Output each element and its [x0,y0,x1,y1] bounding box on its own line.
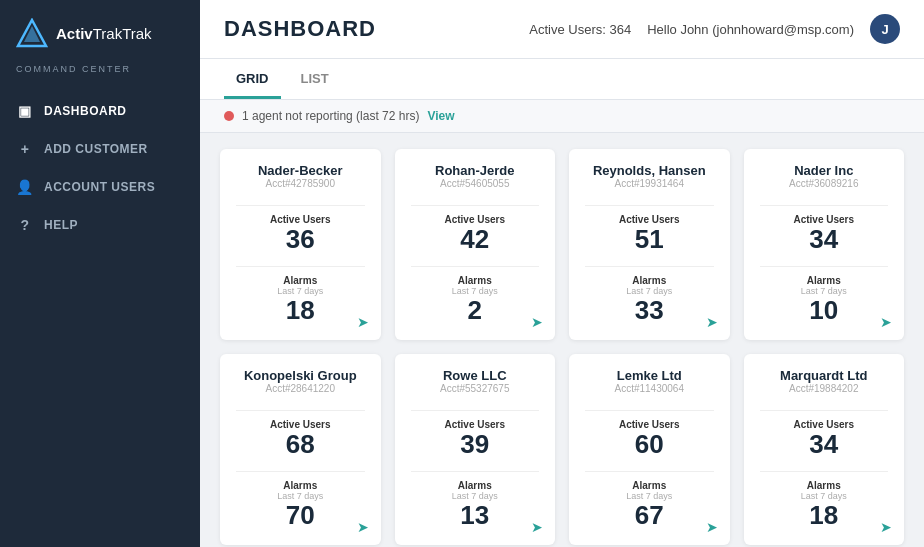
logo: ActivTrakTrak [0,0,200,64]
sidebar-nav: ▣ DASHBOARD + ADD CUSTOMER 👤 ACCOUNT USE… [0,88,200,248]
card-name: Nader Inc [794,163,853,178]
tab-grid[interactable]: GRID [224,59,281,99]
sidebar: ActivTrakTrak COMMAND CENTER ▣ DASHBOARD… [0,0,200,547]
card-active-users-section: Active Users 51 [585,214,714,254]
card-rohan-jerde[interactable]: Rohan-Jerde Acct#54605055 Active Users 4… [395,149,556,340]
card-acct: Acct#11430064 [614,383,684,394]
active-users-value: 68 [236,430,365,459]
alarms-label: Alarms [411,480,540,491]
card-divider-2 [585,266,714,267]
card-alarms-section: Alarms Last 7 days 13 [411,480,540,530]
sidebar-item-account-users[interactable]: 👤 ACCOUNT USERS [0,168,200,206]
notification-dot [224,111,234,121]
card-name: Konopelski Group [244,368,357,383]
sidebar-item-label-dashboard: DASHBOARD [44,104,127,118]
card-arrow-icon: ➤ [706,519,718,535]
notification-view-link[interactable]: View [427,109,454,123]
card-acct: Acct#19931464 [614,178,684,189]
alarms-label: Alarms [236,480,365,491]
card-divider [411,205,540,206]
card-nader-becker[interactable]: Nader-Becker Acct#42785900 Active Users … [220,149,381,340]
card-name: Rohan-Jerde [435,163,514,178]
alarms-value: 70 [236,501,365,530]
alarms-label: Alarms [236,275,365,286]
sidebar-item-label-help: HELP [44,218,78,232]
card-arrow-icon: ➤ [531,519,543,535]
alarms-value: 18 [760,501,889,530]
page-title: DASHBOARD [224,16,376,42]
alarms-value: 67 [585,501,714,530]
card-konopelski-group[interactable]: Konopelski Group Acct#28641220 Active Us… [220,354,381,545]
card-active-users-section: Active Users 42 [411,214,540,254]
active-users-value: 34 [760,430,889,459]
alarms-value: 33 [585,296,714,325]
card-acct: Acct#42785900 [265,178,335,189]
sidebar-subtitle: COMMAND CENTER [0,64,200,88]
active-users-value: 42 [411,225,540,254]
card-divider-2 [236,266,365,267]
card-alarms-section: Alarms Last 7 days 2 [411,275,540,325]
card-divider [236,205,365,206]
main-content: DASHBOARD Active Users: 364 Hello John (… [200,0,924,547]
card-marquardt-ltd[interactable]: Marquardt Ltd Acct#19884202 Active Users… [744,354,905,545]
dashboard-icon: ▣ [16,103,34,119]
alarms-label: Alarms [585,480,714,491]
header-right: Active Users: 364 Hello John (johnhoward… [529,14,900,44]
card-divider-2 [411,266,540,267]
avatar[interactable]: J [870,14,900,44]
active-users-total: Active Users: 364 [529,22,631,37]
sidebar-item-dashboard[interactable]: ▣ DASHBOARD [0,92,200,130]
alarms-value: 13 [411,501,540,530]
card-alarms-section: Alarms Last 7 days 18 [236,275,365,325]
card-divider [585,410,714,411]
card-acct: Acct#55327675 [440,383,510,394]
card-alarms-section: Alarms Last 7 days 33 [585,275,714,325]
notification-message: 1 agent not reporting (last 72 hrs) [242,109,419,123]
card-divider-2 [411,471,540,472]
card-divider [760,410,889,411]
card-name: Nader-Becker [258,163,343,178]
card-name: Marquardt Ltd [780,368,867,383]
card-alarms-section: Alarms Last 7 days 10 [760,275,889,325]
card-rowe-llc[interactable]: Rowe LLC Acct#55327675 Active Users 39 A… [395,354,556,545]
card-active-users-section: Active Users 36 [236,214,365,254]
card-arrow-icon: ➤ [880,314,892,330]
card-alarms-section: Alarms Last 7 days 18 [760,480,889,530]
card-active-users-section: Active Users 34 [760,214,889,254]
sidebar-item-help[interactable]: ? HELP [0,206,200,244]
logo-bold: ActivTrak [56,25,122,42]
card-arrow-icon: ➤ [531,314,543,330]
sidebar-item-label-account-users: ACCOUNT USERS [44,180,155,194]
active-users-value: 51 [585,225,714,254]
tab-list[interactable]: LIST [289,59,341,99]
card-divider-2 [236,471,365,472]
card-divider [585,205,714,206]
sidebar-item-add-customer[interactable]: + ADD CUSTOMER [0,130,200,168]
card-divider-2 [760,471,889,472]
alarms-label: Alarms [760,275,889,286]
card-nader-inc[interactable]: Nader Inc Acct#36089216 Active Users 34 … [744,149,905,340]
card-reynolds--hansen[interactable]: Reynolds, Hansen Acct#19931464 Active Us… [569,149,730,340]
alarms-value: 2 [411,296,540,325]
card-active-users-section: Active Users 39 [411,419,540,459]
card-name: Lemke Ltd [617,368,682,383]
card-divider [236,410,365,411]
card-active-users-section: Active Users 68 [236,419,365,459]
card-divider-2 [585,471,714,472]
active-users-value: 36 [236,225,365,254]
grid-row-0: Nader-Becker Acct#42785900 Active Users … [220,149,904,340]
header: DASHBOARD Active Users: 364 Hello John (… [200,0,924,59]
card-divider [411,410,540,411]
card-name: Rowe LLC [443,368,507,383]
grid-row-1: Konopelski Group Acct#28641220 Active Us… [220,354,904,545]
activtrak-logo-icon [16,18,48,50]
tabs-bar: GRID LIST [200,59,924,100]
grid-container: Nader-Becker Acct#42785900 Active Users … [200,133,924,547]
card-lemke-ltd[interactable]: Lemke Ltd Acct#11430064 Active Users 60 … [569,354,730,545]
card-arrow-icon: ➤ [706,314,718,330]
active-users-value: 39 [411,430,540,459]
card-divider-2 [760,266,889,267]
alarms-label: Alarms [760,480,889,491]
card-divider [760,205,889,206]
alarms-label: Alarms [411,275,540,286]
